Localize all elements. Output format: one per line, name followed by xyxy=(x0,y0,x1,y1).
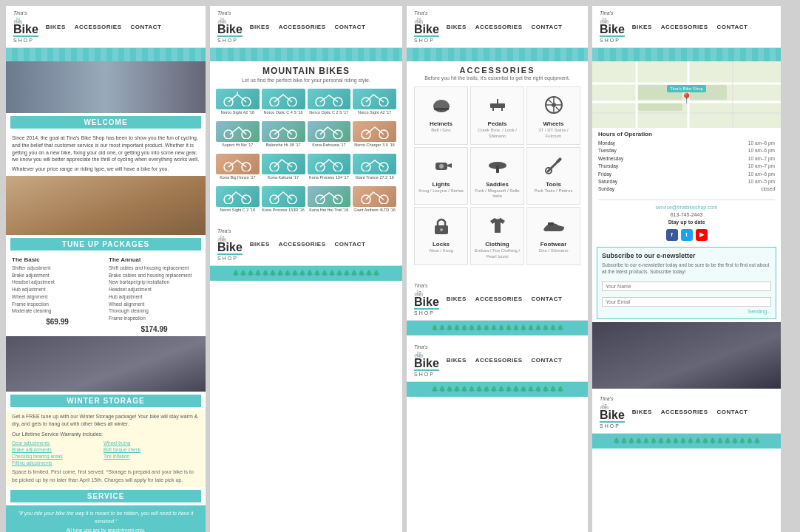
contact-phone-display: 613-745-2443 xyxy=(592,211,781,218)
bike-row-2: Aspect Ht Nic '17 Balanche Ht 1B '17 Kon… xyxy=(210,120,402,149)
footwear-label: Footwear xyxy=(530,241,577,248)
bike-img xyxy=(216,121,260,142)
warranty-1[interactable]: Gear adjustments xyxy=(12,440,102,446)
bike-item[interactable]: Kona Process 153R '16 xyxy=(262,186,305,213)
acc-clothing[interactable]: Clothing Endura / Fox Clothing / Pearl I… xyxy=(470,207,524,265)
basic-price: $69.99 xyxy=(12,318,103,326)
bike-name: Balanche Ht 1B '17 xyxy=(262,143,305,148)
bike-item[interactable]: Kona Hei Hei Trail '16 xyxy=(308,186,351,213)
warranty-3[interactable]: Brake adjustments xyxy=(12,447,102,452)
hours-sunday: Sunday closed xyxy=(598,185,775,193)
accessories-subtitle: Before you hit the trails, it's essentia… xyxy=(407,75,588,81)
bike-item[interactable]: Norco Optic C 4 S '16 xyxy=(262,89,305,115)
mountain-bikes-title: MOUNTAIN BIKES xyxy=(210,61,402,78)
bike-item[interactable]: Giant Anthem 4LTD '16 xyxy=(353,186,396,213)
bike-item[interactable]: Kona Big Honzo '17 xyxy=(216,154,260,180)
annual-item-1: Shift cables and housing replacement xyxy=(109,265,200,272)
bike-item[interactable]: Kona Kahuna '17 xyxy=(262,154,305,180)
acc-saddles[interactable]: Saddles Fizik / Megasoft / Selle Italia xyxy=(470,147,524,205)
nav-contact-4[interactable]: CONTACT xyxy=(716,24,748,30)
youtube-icon[interactable]: ▶ xyxy=(696,229,708,241)
footer-header-4: Tina's 🚲 Bike SHOP BIKES ACCESSORIES CON… xyxy=(592,392,781,434)
acc-wheels[interactable]: Wheels 3T / DT Swiss / Fulcrum xyxy=(526,86,580,145)
warranty-7[interactable]: Fitting adjustments xyxy=(12,460,102,466)
warranty-4[interactable]: Bolt torque check xyxy=(104,447,194,452)
saddles-label: Saddles xyxy=(474,181,521,188)
svg-line-45 xyxy=(548,99,552,103)
bike-item[interactable]: Kona Rahouna '17 xyxy=(308,121,351,148)
annual-price: $174.99 xyxy=(109,325,200,333)
nav-accessories-4[interactable]: ACCESSORIES xyxy=(661,24,708,30)
bike-img xyxy=(216,89,260,109)
warranty-6[interactable]: Tire inflation xyxy=(104,454,194,459)
nav-contact-2[interactable]: CONTACT xyxy=(334,24,365,30)
nav-contact-1[interactable]: CONTACT xyxy=(130,24,161,30)
acc-tools[interactable]: Tools Park Tools / Pedros xyxy=(526,147,580,205)
twitter-icon[interactable]: t xyxy=(681,229,693,241)
nav-bikes-3[interactable]: BIKES xyxy=(447,24,467,30)
nav-bikes-1[interactable]: BIKES xyxy=(46,24,66,30)
accessories-grid: Helmets Bell / Giro Pedals Crank Bros. /… xyxy=(407,85,588,267)
footer-nav-3b: BIKES ACCESSORIES CONTACT xyxy=(447,357,563,364)
svg-rect-51 xyxy=(496,166,499,173)
newsletter-name-input[interactable] xyxy=(602,282,771,291)
bike-item[interactable]: Norco Charger 3 X '16 xyxy=(353,121,396,148)
bike-img xyxy=(308,186,351,207)
annual-title: The Annual xyxy=(109,256,200,263)
welcome-text2: Whatever your price range or riding type… xyxy=(12,166,200,173)
acc-helmets[interactable]: Helmets Bell / Giro xyxy=(414,86,468,145)
basic-item-1: Shifter adjustment xyxy=(12,265,103,272)
bike-item[interactable]: Aspect Ht Nic '17 xyxy=(216,121,260,148)
nav-accessories-3[interactable]: ACCESSORIES xyxy=(475,24,523,30)
tuneup-annual: The Annual Shift cables and housing repl… xyxy=(109,256,200,333)
header-2: Tina's 🚲 Bike SHOP BIKES ACCESSORIES CON… xyxy=(210,6,402,48)
teal-footer-2: 🌲🌲🌲🌲🌲🌲🌲🌲🌲🌲🌲🌲🌲🌲🌲🌲🌲🌲🌲🌲 xyxy=(210,266,402,281)
map-location-label: Tina's Bike Shop xyxy=(667,85,706,92)
newsletter-email-input[interactable] xyxy=(602,297,771,307)
acc-footwear[interactable]: Footwear Giro / Shimano xyxy=(526,207,580,265)
contact-email-display[interactable]: service@tinabikeshop.com xyxy=(592,203,781,211)
nav-accessories-2[interactable]: ACCESSORIES xyxy=(279,24,326,30)
helmet-icon xyxy=(418,92,464,118)
tuneup-basic: The Basic Shifter adjustment Brake adjus… xyxy=(12,256,103,333)
bike-name: Aspect Ht Nic '17 xyxy=(216,143,260,148)
service-banner: SERVICE xyxy=(10,490,201,502)
nav-bikes-4[interactable]: BIKES xyxy=(632,24,652,30)
footer-logo-3b: Tina's 🚲 Bike SHOP xyxy=(414,344,439,377)
bike-name: Norco Sight A2 '16 xyxy=(216,110,260,115)
acc-locks[interactable]: Locks Abus / Knog xyxy=(414,207,468,265)
service-quote: "If you ride your bike the way it is mea… xyxy=(12,510,200,525)
annual-item-8: Frame inspection xyxy=(109,315,200,322)
bike-item[interactable]: Norco Sight C 2 '16 xyxy=(216,186,260,213)
footer-logo-4: Tina's 🚲 Bike SHOP xyxy=(600,396,625,429)
tuneup-row: The Basic Shifter adjustment Brake adjus… xyxy=(12,256,200,333)
pedals-brand: Crank Bros. / Look / Shimano xyxy=(474,128,521,140)
helmets-label: Helmets xyxy=(418,120,464,127)
warranty-2[interactable]: Wheel truing xyxy=(104,440,194,446)
bike-name: Norco Sight A2 '17 xyxy=(353,110,396,115)
hero-image-1 xyxy=(6,61,206,113)
teal-bar-top-1 xyxy=(6,48,206,61)
welcome-section: Since 2014, the goal at Tina's Bike Shop… xyxy=(6,132,206,176)
hours-monday: Monday 10 am–6 pm xyxy=(598,140,775,147)
nav-contact-3[interactable]: CONTACT xyxy=(531,24,562,30)
warranty-5[interactable]: Checking bearing areas xyxy=(12,454,102,459)
logo-shop-1: SHOP xyxy=(13,35,38,43)
acc-lights[interactable]: Lights Knog / Lezyne / Serfas xyxy=(414,147,468,205)
annual-item-2: Brake cables and housing replacement xyxy=(109,272,200,279)
bike-item[interactable]: Balanche Ht 1B '17 xyxy=(262,121,305,148)
winter-text: Get a FREE tune up with our Winter Stora… xyxy=(12,413,200,429)
bike-item[interactable]: Norco Sight A2 '17 xyxy=(353,89,396,115)
bike-item[interactable]: Norco Sight A2 '16 xyxy=(216,89,260,115)
bike-name: Giant Anthem 4LTD '16 xyxy=(353,208,396,213)
nav-bikes-2[interactable]: BIKES xyxy=(250,24,270,30)
bike-item[interactable]: Kona Process 134 '17 xyxy=(308,154,351,180)
nav-accessories-1[interactable]: ACCESSORIES xyxy=(75,24,122,30)
mid-portrait xyxy=(6,336,206,392)
footer-logo-3a: Tina's 🚲 Bike SHOP xyxy=(414,283,439,316)
basic-item-4: Hub adjustment xyxy=(12,286,103,293)
bike-item[interactable]: Giant Trance 27.2 '16 xyxy=(353,154,396,180)
acc-pedals[interactable]: Pedals Crank Bros. / Look / Shimano xyxy=(470,86,524,145)
bike-item[interactable]: Norco Optic C 2 S '17 xyxy=(308,89,351,115)
facebook-icon[interactable]: f xyxy=(666,229,678,241)
